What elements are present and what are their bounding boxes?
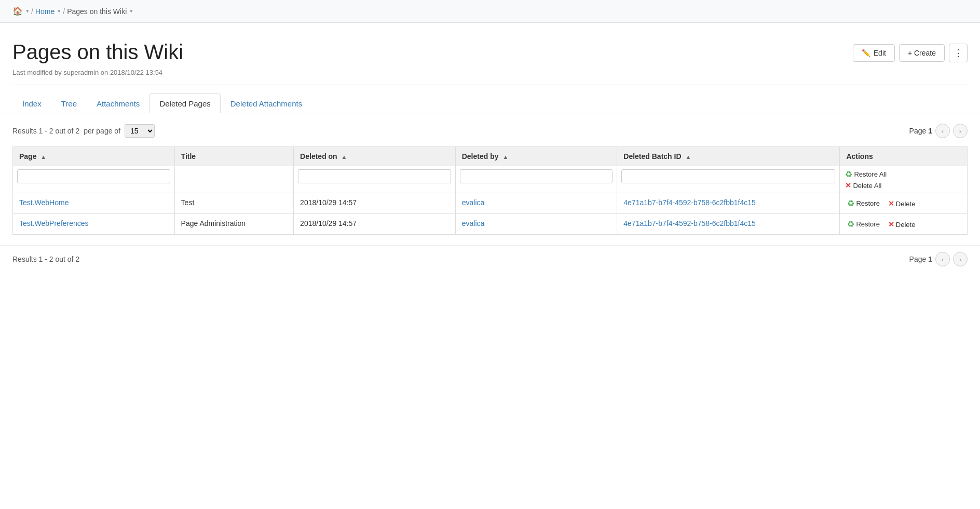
col-batch-id[interactable]: Deleted Batch ID ▲: [617, 147, 840, 166]
per-page-label: per page of: [84, 127, 120, 135]
deleted-by-link-0[interactable]: evalica: [462, 198, 485, 207]
prev-page-btn-top[interactable]: ‹: [935, 124, 950, 138]
delete-all-label: Delete All: [853, 182, 881, 190]
tab-attachments[interactable]: Attachments: [87, 93, 149, 113]
page-title: Pages on this Wiki: [12, 39, 183, 64]
delete-label-0: Delete: [896, 200, 916, 208]
batch-id-link-1[interactable]: 4e71a1b7-b7f4-4592-b758-6c2fbb1f4c15: [623, 219, 756, 227]
cell-deleted-by-0: evalica: [455, 193, 617, 214]
next-page-btn-top[interactable]: ›: [953, 124, 968, 138]
table-row: Test.WebHome Test 2018/10/29 14:57 evali…: [13, 193, 968, 214]
filter-actions-cell: ♻ Restore All ✕ Delete All: [840, 166, 968, 193]
sort-icon-deleted-by: ▲: [502, 154, 508, 160]
create-label: + Create: [908, 49, 936, 57]
page-link-0[interactable]: Test.WebHome: [19, 198, 69, 207]
tab-index[interactable]: Index: [12, 93, 51, 113]
filter-page-cell: [13, 166, 175, 193]
filter-title-cell: [174, 166, 294, 193]
delete-button-1[interactable]: ✕ Delete: [887, 220, 917, 229]
sort-icon-deleted-on: ▲: [342, 154, 347, 160]
bottom-bar: Results 1 - 2 out of 2 Page 1 ‹ ›: [0, 245, 980, 273]
delete-icon-1: ✕: [888, 220, 894, 229]
cell-deleted-on-0: 2018/10/29 14:57: [294, 193, 456, 214]
page-header: Pages on this Wiki Last modified by supe…: [0, 23, 980, 85]
table-header-row: Page ▲ Title Deleted on ▲ Deleted by ▲ D…: [13, 147, 968, 166]
cell-actions-1: ♻ Restore ✕ Delete: [840, 214, 968, 235]
page-label-top: Page 1: [909, 127, 932, 135]
breadcrumb-caret-2: ▾: [58, 8, 61, 15]
deleted-pages-table: Page ▲ Title Deleted on ▲ Deleted by ▲ D…: [12, 146, 968, 235]
filter-batch-id-cell: [617, 166, 840, 193]
deleted-by-link-1[interactable]: evalica: [462, 219, 485, 227]
edit-label: Edit: [874, 49, 886, 57]
cell-title-0: Test: [174, 193, 294, 214]
page-meta: Last modified by superadmin on 2018/10/2…: [12, 69, 183, 76]
col-page[interactable]: Page ▲: [13, 147, 175, 166]
delete-icon-0: ✕: [888, 199, 894, 208]
breadcrumb-caret-1: ▾: [26, 8, 29, 15]
restore-all-button[interactable]: ♻ Restore All: [844, 169, 963, 179]
bottom-right: Page 1 ‹ ›: [909, 252, 968, 266]
results-right-top: Page 1 ‹ ›: [909, 124, 968, 138]
tab-deleted-pages[interactable]: Deleted Pages: [149, 93, 220, 113]
breadcrumb-home-link[interactable]: Home: [35, 7, 55, 16]
table-filter-row: ♻ Restore All ✕ Delete All: [13, 166, 968, 193]
results-bar-top: Results 1 - 2 out of 2 per page of 15 25…: [12, 124, 968, 138]
content: Results 1 - 2 out of 2 per page of 15 25…: [0, 113, 980, 245]
page-number-top: 1: [928, 127, 932, 135]
tab-deleted-attachments[interactable]: Deleted Attachments: [221, 93, 312, 113]
tab-tree[interactable]: Tree: [51, 93, 87, 113]
page-number-bottom: 1: [928, 255, 932, 263]
filter-batch-id-input[interactable]: [621, 169, 835, 183]
delete-button-0[interactable]: ✕ Delete: [887, 199, 917, 208]
page-link-1[interactable]: Test.WebPreferences: [19, 219, 89, 227]
delete-all-button[interactable]: ✕ Delete All: [844, 181, 963, 190]
breadcrumb-sep-1: /: [31, 7, 33, 16]
restore-all-label: Restore All: [854, 170, 887, 178]
cell-actions-0: ♻ Restore ✕ Delete: [840, 193, 968, 214]
page-title-section: Pages on this Wiki Last modified by supe…: [12, 39, 183, 76]
results-summary-bottom: Results 1 - 2 out of 2: [12, 255, 79, 263]
prev-page-btn-bottom[interactable]: ‹: [935, 252, 950, 266]
col-actions: Actions: [840, 147, 968, 166]
tabs: Index Tree Attachments Deleted Pages Del…: [0, 85, 980, 113]
breadcrumb: 🏠 ▾ / Home ▾ / Pages on this Wiki ▾: [0, 0, 980, 23]
next-page-btn-bottom[interactable]: ›: [953, 252, 968, 266]
restore-all-icon: ♻: [845, 169, 852, 179]
batch-id-link-0[interactable]: 4e71a1b7-b7f4-4592-b758-6c2fbb1f4c15: [623, 198, 756, 207]
col-title: Title: [174, 147, 294, 166]
delete-label-1: Delete: [896, 221, 916, 229]
filter-deleted-by-input[interactable]: [460, 169, 613, 183]
filter-deleted-on-cell: [294, 166, 456, 193]
per-page-select[interactable]: 15 25 50 100: [125, 124, 155, 138]
cell-batch-id-0: 4e71a1b7-b7f4-4592-b758-6c2fbb1f4c15: [617, 193, 840, 214]
sort-icon-page: ▲: [40, 154, 46, 160]
filter-deleted-by-cell: [455, 166, 617, 193]
restore-button-0[interactable]: ♻ Restore: [846, 198, 881, 208]
cell-page-1: Test.WebPreferences: [13, 214, 175, 235]
cell-deleted-by-1: evalica: [455, 214, 617, 235]
results-left: Results 1 - 2 out of 2 per page of 15 25…: [12, 124, 155, 138]
page-actions: ✏️ Edit + Create ⋮: [853, 44, 968, 62]
breadcrumb-sep-2: /: [63, 7, 65, 16]
cell-page-0: Test.WebHome: [13, 193, 175, 214]
breadcrumb-caret-3: ▾: [130, 8, 133, 15]
breadcrumb-current: Pages on this Wiki: [67, 7, 127, 16]
filter-page-input[interactable]: [17, 169, 170, 183]
create-button[interactable]: + Create: [899, 44, 945, 62]
results-summary-top: Results 1 - 2 out of 2: [12, 127, 79, 135]
col-deleted-by[interactable]: Deleted by ▲: [455, 147, 617, 166]
col-deleted-on[interactable]: Deleted on ▲: [294, 147, 456, 166]
edit-button[interactable]: ✏️ Edit: [853, 44, 895, 62]
more-icon: ⋮: [954, 47, 963, 59]
more-button[interactable]: ⋮: [949, 44, 968, 62]
restore-icon-1: ♻: [847, 219, 854, 229]
filter-deleted-on-input[interactable]: [298, 169, 451, 183]
page-label-bottom: Page 1: [909, 255, 932, 263]
restore-button-1[interactable]: ♻ Restore: [846, 219, 881, 229]
home-icon: 🏠: [12, 6, 23, 16]
restore-label-1: Restore: [856, 220, 880, 228]
cell-deleted-on-1: 2018/10/29 14:57: [294, 214, 456, 235]
cell-batch-id-1: 4e71a1b7-b7f4-4592-b758-6c2fbb1f4c15: [617, 214, 840, 235]
cell-title-1: Page Administration: [174, 214, 294, 235]
